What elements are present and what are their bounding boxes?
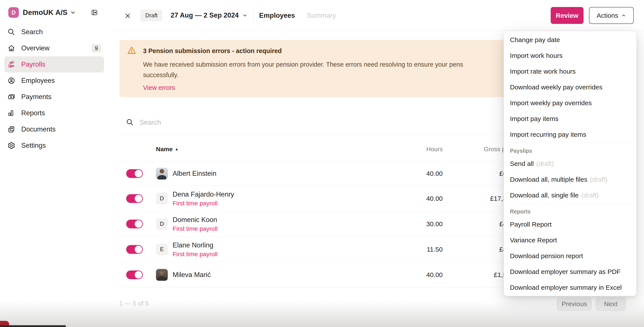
menu-item-import-recurring-pay-items[interactable]: Import recurring pay items xyxy=(504,127,636,142)
menu-item-draft-suffix: (draft) xyxy=(536,160,554,167)
search-icon xyxy=(8,28,15,36)
close-icon[interactable] xyxy=(124,12,131,19)
menu-item-label: Import work hours xyxy=(510,52,562,59)
menu-item-download-employer-summary-in-excel[interactable]: Download employer summary in Excel xyxy=(504,280,636,295)
menu-item-label: Download all, single file xyxy=(510,192,579,199)
sidebar-item-search[interactable]: Search xyxy=(4,24,104,40)
avatar: E xyxy=(156,243,168,255)
sidebar-item-overview[interactable]: Overview9 xyxy=(4,40,104,56)
pagination-range: 1 — 5 of 5 xyxy=(120,300,149,307)
banner-message-line2: successfully. xyxy=(143,72,178,79)
menu-item-label: Import recurring pay items xyxy=(510,131,586,138)
menu-item-draft-suffix: (draft) xyxy=(581,192,599,199)
menu-group-payslips: PayslipsSend all(draft)Download all, mul… xyxy=(504,142,636,203)
actions-button[interactable]: Actions xyxy=(589,7,634,24)
menu-section-header: Reports xyxy=(504,203,636,216)
home-icon xyxy=(8,44,15,52)
screen-edge-strip xyxy=(0,325,66,327)
collapse-sidebar-icon[interactable] xyxy=(91,9,98,16)
menu-item-draft-suffix: (draft) xyxy=(590,176,608,183)
sidebar-item-label: Overview xyxy=(21,44,50,52)
sidebar-item-payments[interactable]: Payments xyxy=(4,89,104,105)
menu-item-download-employer-summary-as-pdf[interactable]: Download employer summary as PDF xyxy=(504,264,636,280)
banner-title: 3 Pension submission errors - action req… xyxy=(143,47,282,55)
chevron-up-icon xyxy=(621,13,626,18)
banner-message-line1: We have received submission errors from … xyxy=(143,61,463,68)
company-switcher[interactable]: D DemoUK A/S xyxy=(8,7,100,18)
sidebar-item-label: Reports xyxy=(21,109,45,117)
hours-value: 40.00 xyxy=(399,170,443,177)
employee-name-cell: Mileva Marić xyxy=(172,271,211,279)
menu-item-label: Send all xyxy=(510,160,534,167)
sidebar-item-employees[interactable]: Employees xyxy=(4,73,104,89)
include-employee-toggle[interactable] xyxy=(126,270,143,279)
divider xyxy=(254,8,254,23)
menu-item-payroll-report[interactable]: Payroll Report xyxy=(504,216,636,232)
actions-dropdown-menu: Change pay dateImport work hoursImport r… xyxy=(504,31,636,296)
pay-period-label: 27 Aug — 2 Sep 2024 xyxy=(171,12,239,19)
employee-name-cell: Dena Fajardo-HenryFirst time payroll xyxy=(172,190,234,207)
sidebar-item-settings[interactable]: Settings xyxy=(4,137,104,154)
menu-item-label: Download all, multiple files xyxy=(510,176,588,183)
employee-name-cell: Domenic KoonFirst time payroll xyxy=(172,216,218,232)
user-icon xyxy=(8,77,15,85)
include-employee-toggle[interactable] xyxy=(126,220,143,228)
menu-item-send-all[interactable]: Send all(draft) xyxy=(504,156,636,172)
menu-item-variance-report[interactable]: Variance Report xyxy=(504,232,636,248)
name-header-label: Name xyxy=(156,146,172,153)
sidebar-item-label: Documents xyxy=(21,125,56,133)
include-employee-toggle[interactable] xyxy=(126,245,143,254)
payroll-topbar: Draft 27 Aug — 2 Sep 2024 Employees Summ… xyxy=(109,0,644,31)
first-time-payroll-tag: First time payroll xyxy=(172,225,218,232)
tab-employees[interactable]: Employees xyxy=(259,12,295,20)
search-icon xyxy=(126,118,134,126)
column-header-hours[interactable]: Hours xyxy=(399,146,443,153)
menu-item-label: Import pay items xyxy=(510,115,558,123)
employee-name: Dena Fajardo-Henry xyxy=(172,190,234,198)
menu-item-label: Download pension report xyxy=(510,252,583,260)
employee-name-cell: Albert Einstein xyxy=(172,170,216,178)
next-page-button[interactable]: Next xyxy=(596,298,626,310)
menu-item-download-pension-report[interactable]: Download pension report xyxy=(504,248,636,264)
search-input[interactable] xyxy=(140,116,402,129)
app-window: D DemoUK A/S SearchOverview9PayrollsEmpl… xyxy=(0,0,644,327)
review-button[interactable]: Review xyxy=(551,7,584,24)
menu-item-label: Payroll Report xyxy=(510,221,552,228)
previous-page-button[interactable]: Previous xyxy=(557,298,592,310)
company-logo: D xyxy=(8,7,19,18)
first-time-payroll-tag: First time payroll xyxy=(172,200,234,207)
menu-item-download-all-multiple-files[interactable]: Download all, multiple files(draft) xyxy=(504,172,636,187)
sidebar-item-payrolls[interactable]: Payrolls xyxy=(4,56,104,73)
notification-count-badge: 9 xyxy=(92,44,101,52)
hours-value: 11.50 xyxy=(399,246,443,253)
column-header-name[interactable]: Name ▲ xyxy=(156,146,178,153)
employee-name: Domenic Koon xyxy=(172,216,218,224)
sort-ascending-icon: ▲ xyxy=(175,147,178,151)
menu-item-import-rate-work-hours[interactable]: Import rate work hours xyxy=(504,64,636,79)
view-errors-link[interactable]: View errors xyxy=(143,84,175,91)
menu-item-import-weekly-pay-overrides[interactable]: Import weekly pay overrides xyxy=(504,95,636,111)
menu-item-download-all-single-file[interactable]: Download all, single file(draft) xyxy=(504,187,636,203)
sidebar-nav: SearchOverview9PayrollsEmployeesPayments… xyxy=(4,24,104,154)
menu-item-download-weekly-pay-overrides[interactable]: Download weekly pay overrides xyxy=(504,79,636,95)
tab-summary[interactable]: Summary xyxy=(307,12,336,20)
menu-item-change-pay-date[interactable]: Change pay date xyxy=(504,32,636,48)
avatar xyxy=(156,269,168,281)
chart-icon xyxy=(8,109,15,117)
payments-icon xyxy=(8,93,15,101)
include-employee-toggle[interactable] xyxy=(126,194,143,203)
menu-item-import-pay-items[interactable]: Import pay items xyxy=(504,111,636,127)
menu-item-label: Import rate work hours xyxy=(510,68,576,75)
pay-period-selector[interactable]: 27 Aug — 2 Sep 2024 xyxy=(171,12,248,19)
menu-item-import-work-hours[interactable]: Import work hours xyxy=(504,48,636,64)
company-name: DemoUK A/S xyxy=(23,8,68,17)
sidebar-item-documents[interactable]: Documents xyxy=(4,121,104,137)
menu-group-reports: ReportsPayroll ReportVariance ReportDown… xyxy=(504,203,636,295)
payroll-icon xyxy=(8,61,15,68)
hours-value: 40.00 xyxy=(399,271,443,278)
sidebar-item-reports[interactable]: Reports xyxy=(4,105,104,121)
sidebar-item-label: Settings xyxy=(21,142,46,149)
gear-icon xyxy=(8,142,15,149)
sidebar-item-label: Payrolls xyxy=(21,61,45,68)
include-employee-toggle[interactable] xyxy=(126,169,143,178)
